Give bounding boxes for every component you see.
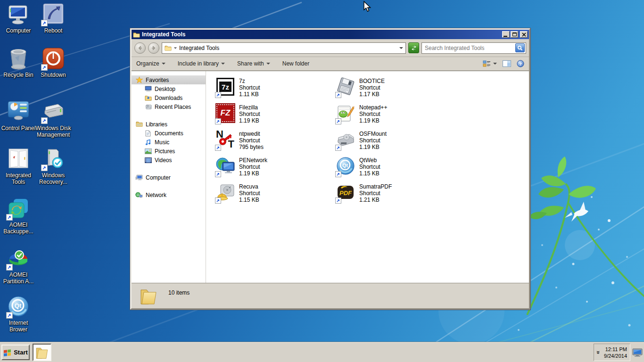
file-name: OSFMount xyxy=(359,131,387,137)
display-tray-icon[interactable] xyxy=(632,348,643,357)
maximize-button[interactable] xyxy=(511,31,518,38)
filezilla-icon: FZ xyxy=(216,104,235,123)
file-item-ntpwedit[interactable]: N T xyxy=(216,130,336,156)
sidebar-item-music[interactable]: Music xyxy=(132,138,206,147)
file-item-sumatrapdf[interactable]: PDF SumatraPDF Shortcut 1.21 KB xyxy=(336,183,456,209)
breadcrumb-dropdown-icon[interactable] xyxy=(174,47,177,49)
desktop-icon-label: Control Panel xyxy=(0,125,37,132)
desktop-icon-aomei-partition[interactable]: AOMEI Partition A... xyxy=(0,247,37,285)
downloads-icon xyxy=(144,94,152,102)
breadcrumb: Integrated Tools xyxy=(179,45,397,51)
sidebar-item-recent-places[interactable]: Recent Places xyxy=(132,102,206,111)
sidebar-label: Libraries xyxy=(146,121,167,128)
file-size: 1.15 KB xyxy=(359,170,380,177)
file-size: 1.19 KB xyxy=(239,117,260,124)
desktop-icon-integrated-tools[interactable]: Integrated Tools xyxy=(0,148,37,185)
desktop-icon-label: Reboot xyxy=(35,27,72,34)
include-in-library-button[interactable]: Include in library xyxy=(178,60,225,67)
windows-flag-icon xyxy=(3,349,12,356)
folder-large-icon xyxy=(139,287,158,305)
file-size: 795 bytes xyxy=(239,144,264,150)
shortcut-overlay-icon xyxy=(215,197,221,204)
sidebar-item-network[interactable]: Network xyxy=(132,190,206,199)
desktop-icon-internet-brower[interactable]: Qt Internet Brower xyxy=(0,295,37,333)
new-folder-button[interactable]: New folder xyxy=(282,60,309,67)
chevron-down-icon xyxy=(162,63,165,65)
desktop-icon-label: Internet Brower xyxy=(0,320,37,333)
start-button[interactable]: Start xyxy=(1,345,30,360)
views-icon xyxy=(483,60,491,67)
file-type: Shortcut xyxy=(359,84,385,91)
taskbar-item-integrated-tools[interactable] xyxy=(33,344,51,361)
preview-pane-button[interactable] xyxy=(503,60,511,67)
sidebar-item-downloads[interactable]: Downloads xyxy=(132,93,206,102)
file-item-bootice[interactable]: BOOTICE Shortcut 1.17 KB xyxy=(336,77,456,104)
file-item-penetwork[interactable]: PENetwork Shortcut 1.19 KB xyxy=(216,156,336,183)
change-view-button[interactable] xyxy=(483,60,497,67)
sidebar-label: Videos xyxy=(155,157,172,164)
file-name: QtWeb xyxy=(359,157,380,164)
shortcut-overlay-icon xyxy=(335,197,341,204)
file-size: 1.19 KB xyxy=(239,170,267,177)
search-input[interactable] xyxy=(425,45,515,51)
show-hidden-icons-button[interactable]: » xyxy=(595,351,602,354)
window-content: Favorites Desktop Downloads Recent Place… xyxy=(132,71,529,283)
search-button[interactable] xyxy=(515,43,525,52)
disk-drive-icon xyxy=(42,100,65,123)
close-button[interactable] xyxy=(520,31,528,38)
recent-places-icon xyxy=(144,103,152,111)
new-folder-label: New folder xyxy=(282,60,309,67)
file-item-osfmount[interactable]: OSFMount Shortcut 1.19 KB xyxy=(336,130,456,156)
tray-clock[interactable]: 12:11 PM 9/24/2014 xyxy=(604,346,627,359)
address-bar[interactable]: Integrated Tools xyxy=(162,42,406,54)
pictures-icon xyxy=(144,148,152,155)
sidebar-item-libraries[interactable]: Libraries xyxy=(132,120,206,129)
organize-button[interactable]: Organize xyxy=(136,60,165,67)
pdf-glyph: PDF xyxy=(339,189,352,197)
shortcut-overlay-icon xyxy=(6,264,13,271)
desktop-icon-computer[interactable]: Computer xyxy=(0,3,37,34)
shortcut-overlay-icon xyxy=(215,145,221,151)
back-button[interactable] xyxy=(134,42,146,54)
shortcut-overlay-icon xyxy=(215,171,221,177)
desktop-icon-aomei-backupper[interactable]: AOMEI Backuppe... xyxy=(0,197,37,235)
aomei-backupper-icon xyxy=(7,197,30,220)
title-bar[interactable]: Integrated Tools xyxy=(132,30,529,39)
share-with-button[interactable]: Share with xyxy=(237,60,270,67)
desktop-icon-reboot[interactable]: Reboot xyxy=(35,3,72,34)
file-type: Shortcut xyxy=(239,84,260,91)
sidebar-item-desktop[interactable]: Desktop xyxy=(132,84,206,93)
refresh-button[interactable] xyxy=(408,42,419,53)
sidebar-item-computer[interactable]: Computer xyxy=(132,173,206,182)
address-history-dropdown-icon[interactable] xyxy=(399,47,403,49)
file-item-recuva[interactable]: Recuva Shortcut 1.15 KB xyxy=(216,183,336,209)
sidebar-item-videos[interactable]: Videos xyxy=(132,156,206,165)
file-item-filezilla[interactable]: FZ Filezilla Shortcut 1.19 KB xyxy=(216,104,336,130)
sidebar-item-documents[interactable]: Documents xyxy=(132,129,206,138)
recuva-icon xyxy=(216,183,235,202)
sidebar-item-pictures[interactable]: Pictures xyxy=(132,147,206,156)
shutdown-icon xyxy=(42,47,65,70)
shortcut-overlay-icon xyxy=(335,92,341,98)
minimize-button[interactable] xyxy=(502,31,510,38)
back-arrow-icon xyxy=(137,45,143,51)
forward-button[interactable] xyxy=(148,42,159,54)
desktop-icon-label: AOMEI Partition A... xyxy=(0,272,37,285)
help-button[interactable]: ? xyxy=(517,60,524,67)
7zip-icon: 7z xyxy=(216,77,235,96)
file-item-notepadpp[interactable]: Notepad++ Shortcut 1.19 KB xyxy=(336,104,456,130)
desktop-icon-recycle-bin[interactable]: Recycle Bin xyxy=(0,47,37,78)
desktop-icon-windows-recovery[interactable]: Windows Recovery... xyxy=(35,148,72,185)
sidebar-item-favorites[interactable]: Favorites xyxy=(132,75,206,84)
desktop-icon-label: Integrated Tools xyxy=(0,172,37,185)
qtweb-icon: Qt xyxy=(336,156,355,175)
desktop-icon-control-panel[interactable]: Control Panel xyxy=(0,100,37,132)
desktop-icon-shutdown[interactable]: Shutdown xyxy=(35,47,72,78)
shortcut-overlay-icon xyxy=(41,20,48,26)
navigation-pane: Favorites Desktop Downloads Recent Place… xyxy=(132,71,206,283)
file-item-7z[interactable]: 7z 7z Shortcut 1.11 KB xyxy=(216,77,336,104)
desktop-icon-disk-management[interactable]: Windows Disk Management xyxy=(35,100,72,138)
file-item-qtweb[interactable]: Qt QtWeb Shortcut 1.15 KB xyxy=(336,156,456,183)
shortcut-overlay-icon xyxy=(215,92,221,98)
sidebar-label: Favorites xyxy=(146,77,169,83)
